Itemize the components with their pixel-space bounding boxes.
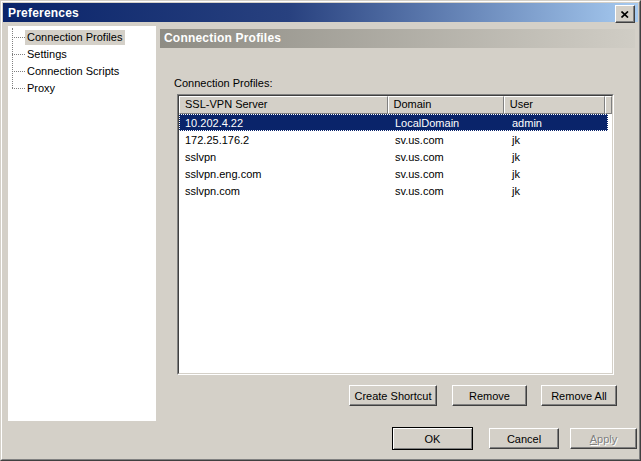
column-header-filler [605,96,612,114]
cell-server: 10.202.4.22 [179,117,389,129]
cell-domain: sv.us.com [389,168,506,180]
apply-rest: pply [597,433,617,445]
cell-server: 172.25.176.2 [179,134,389,146]
table-row[interactable]: sslvpn.com sv.us.com jk [179,182,608,199]
cell-user: jk [506,168,608,180]
window-title: Preferences [3,6,79,20]
sidebar-item-label: Settings [25,47,70,62]
cell-user: jk [506,185,608,197]
cell-domain: sv.us.com [389,185,506,197]
tree-connector [12,71,25,72]
remove-all-button[interactable]: Remove All [541,385,617,406]
cell-user: jk [506,134,608,146]
cell-server: sslvpn.com [179,185,389,197]
column-header-user[interactable]: User [504,96,605,114]
close-icon [621,11,629,18]
title-bar[interactable]: Preferences [3,3,638,22]
tree-connector [12,37,25,38]
table-row[interactable]: 172.25.176.2 sv.us.com jk [179,131,608,148]
cell-server: sslvpn [179,151,389,163]
cell-user: jk [506,151,608,163]
tree-connector [12,88,25,89]
remove-button[interactable]: Remove [452,385,527,406]
table-row[interactable]: sslvpn sv.us.com jk [179,148,608,165]
tree-connector [12,54,25,55]
cell-domain: sv.us.com [389,134,506,146]
table-header-row: SSL-VPN Server Domain User [179,96,612,114]
cell-domain: sv.us.com [389,151,506,163]
table-row[interactable]: sslvpn.eng.com sv.us.com jk [179,165,608,182]
sidebar-tree: Connection Profiles Settings Connection … [8,26,156,421]
sidebar-item-settings[interactable]: Settings [12,46,70,62]
sidebar-item-label: Connection Profiles [25,30,125,45]
section-header: Connection Profiles [160,29,635,48]
close-button[interactable] [615,5,635,23]
table-row[interactable]: 10.202.4.22 LocalDomain admin [179,114,608,131]
column-header-server[interactable]: SSL-VPN Server [179,96,388,114]
preferences-dialog: { "window": { "title": "Preferences", "c… [0,0,641,461]
create-shortcut-button[interactable]: Create Shortcut [349,385,437,406]
list-label: Connection Profiles: [174,77,272,89]
cell-user: admin [506,117,608,129]
profiles-table: SSL-VPN Server Domain User 10.202.4.22 L… [177,94,614,375]
sidebar-item-label: Connection Scripts [25,64,122,79]
column-header-domain[interactable]: Domain [388,96,504,114]
cell-domain: LocalDomain [389,117,506,129]
sidebar-item-connection-scripts[interactable]: Connection Scripts [12,63,122,79]
sidebar-item-proxy[interactable]: Proxy [12,80,58,96]
ok-button[interactable]: OK [392,427,473,450]
apply-mnemonic: A [590,433,597,445]
sidebar-item-label: Proxy [25,81,58,96]
cell-server: sslvpn.eng.com [179,168,389,180]
sidebar-item-connection-profiles[interactable]: Connection Profiles [12,29,125,45]
profiles-table-body: SSL-VPN Server Domain User 10.202.4.22 L… [178,95,613,374]
cancel-button[interactable]: Cancel [489,428,559,449]
apply-button[interactable]: Apply [570,428,637,449]
